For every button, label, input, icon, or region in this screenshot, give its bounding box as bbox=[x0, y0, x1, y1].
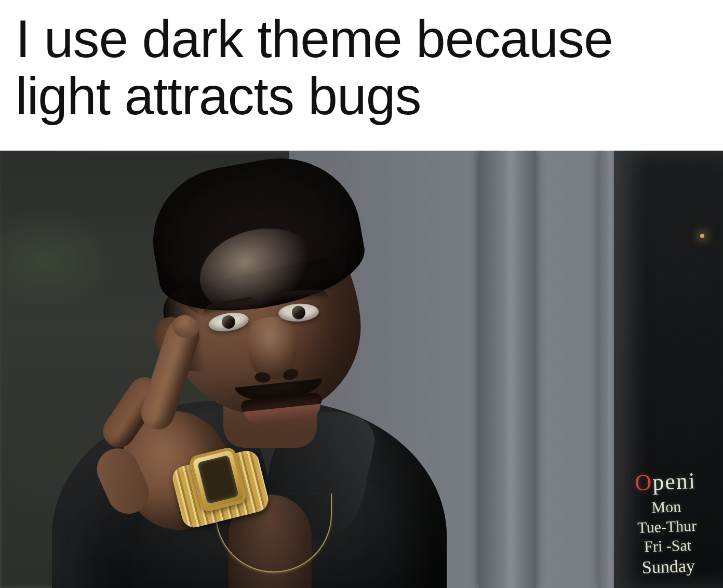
pillar bbox=[479, 151, 536, 588]
eyebrow bbox=[272, 289, 329, 302]
caption-area: I use dark theme because light attracts … bbox=[0, 0, 723, 151]
meme-caption: I use dark theme because light attracts … bbox=[16, 10, 707, 125]
meme-photo: Openi Mon Tue-Thur Fri -Sat Sunday bbox=[0, 151, 723, 588]
meme-container: I use dark theme because light attracts … bbox=[0, 0, 723, 588]
sign-title-o: O bbox=[635, 470, 653, 496]
person bbox=[31, 209, 457, 588]
hours-sign: Openi Mon Tue-Thur Fri -Sat Sunday bbox=[613, 467, 720, 580]
sign-title-rest: peni bbox=[652, 468, 696, 495]
sign-line: Sunday bbox=[616, 554, 720, 579]
hand-pointing bbox=[90, 353, 242, 537]
sign-title: Openi bbox=[613, 467, 718, 497]
